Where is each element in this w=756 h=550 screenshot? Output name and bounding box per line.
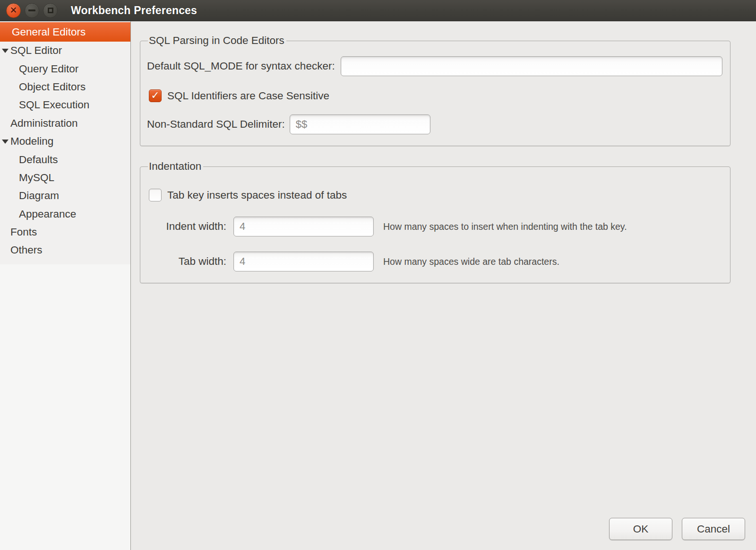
tab-width-help: How many spaces wide are tab characters. <box>383 256 559 267</box>
sidebar-item-label: Modeling <box>9 135 53 148</box>
delimiter-label: Non-Standard SQL Delimiter: <box>147 118 285 131</box>
indent-width-help: How many spaces to insert when indenting… <box>383 221 627 232</box>
checkmark-icon: ✓ <box>151 90 159 101</box>
delimiter-input[interactable] <box>290 114 430 134</box>
sidebar-item-appearance[interactable]: Appearance <box>0 205 130 223</box>
dialog-action-bar: OK Cancel <box>609 518 745 540</box>
sidebar-item-mysql[interactable]: MySQL <box>0 169 130 187</box>
sidebar-item-others[interactable]: Others <box>0 241 130 259</box>
sidebar-item-administration[interactable]: Administration <box>0 114 130 132</box>
indent-width-input[interactable] <box>233 217 374 236</box>
sidebar-item-label: Administration <box>0 117 78 130</box>
sidebar-item-sql-execution[interactable]: SQL Execution <box>0 96 130 114</box>
preferences-main-panel: SQL Parsing in Code Editors Default SQL_… <box>131 21 756 550</box>
indentation-group: Indentation Tab key inserts spaces inste… <box>140 160 730 283</box>
sidebar-item-diagram[interactable]: Diagram <box>0 187 130 205</box>
sidebar-item-label: Defaults <box>0 154 58 166</box>
case-sensitive-row: ✓ SQL Identifiers are Case Sensitive <box>147 89 722 102</box>
tab-width-input[interactable] <box>233 252 374 271</box>
cancel-button[interactable]: Cancel <box>682 518 745 540</box>
sidebar-item-object-editors[interactable]: Object Editors <box>0 78 130 96</box>
tab-width-row: Tab width: How many spaces wide are tab … <box>147 252 722 271</box>
preferences-sidebar: General Editors SQL Editor Query Editor … <box>0 21 131 550</box>
titlebar: ✕ Workbench Preferences <box>0 0 756 21</box>
sidebar-item-label: General Editors <box>0 26 86 38</box>
indent-width-row: Indent width: How many spaces to insert … <box>147 217 722 236</box>
sql-parsing-group: SQL Parsing in Code Editors Default SQL_… <box>140 35 730 146</box>
case-sensitive-label: SQL Identifiers are Case Sensitive <box>167 90 329 102</box>
sidebar-item-label: Appearance <box>0 208 76 220</box>
sidebar-item-label: Diagram <box>0 190 59 202</box>
window-title: Workbench Preferences <box>71 4 197 17</box>
sidebar-item-label: Query Editor <box>0 63 78 75</box>
tab-spaces-checkbox[interactable] <box>149 189 162 201</box>
tab-spaces-row: Tab key inserts spaces instead of tabs <box>147 189 722 201</box>
case-sensitive-checkbox[interactable]: ✓ <box>149 89 162 102</box>
sidebar-item-label: SQL Execution <box>0 99 89 111</box>
sql-mode-row: Default SQL_MODE for syntax checker: <box>147 56 722 76</box>
indent-width-label: Indent width: <box>147 220 226 233</box>
sidebar-item-modeling[interactable]: Modeling <box>0 132 130 150</box>
sidebar-item-label: Object Editors <box>0 81 86 93</box>
chevron-down-icon[interactable] <box>2 140 9 144</box>
sidebar-item-label: MySQL <box>0 172 54 184</box>
maximize-button[interactable] <box>43 3 58 18</box>
sql-mode-input[interactable] <box>341 56 722 76</box>
sidebar-item-fonts[interactable]: Fonts <box>0 223 130 241</box>
minimize-icon <box>28 9 35 11</box>
sidebar-item-general-editors[interactable]: General Editors <box>0 22 130 42</box>
sidebar-item-sql-editor[interactable]: SQL Editor <box>0 42 130 60</box>
sidebar-item-label: Others <box>0 244 43 256</box>
ok-button[interactable]: OK <box>609 518 672 540</box>
sidebar-item-defaults[interactable]: Defaults <box>0 150 130 168</box>
sidebar-item-label: Fonts <box>0 226 37 238</box>
close-button[interactable]: ✕ <box>6 3 21 18</box>
close-icon: ✕ <box>10 6 17 15</box>
minimize-button[interactable] <box>25 3 39 18</box>
indentation-group-title: Indentation <box>148 160 203 173</box>
tab-width-label: Tab width: <box>147 255 226 268</box>
chevron-down-icon[interactable] <box>2 49 9 53</box>
sidebar-tree: General Editors SQL Editor Query Editor … <box>0 21 130 264</box>
sidebar-item-label: SQL Editor <box>9 44 62 57</box>
tab-spaces-label: Tab key inserts spaces instead of tabs <box>167 189 347 201</box>
delimiter-row: Non-Standard SQL Delimiter: <box>147 114 722 134</box>
maximize-icon <box>48 8 53 13</box>
sql-parsing-group-title: SQL Parsing in Code Editors <box>148 35 286 47</box>
window-controls: ✕ <box>0 3 58 18</box>
sql-mode-label: Default SQL_MODE for syntax checker: <box>147 60 335 72</box>
sidebar-item-query-editor[interactable]: Query Editor <box>0 60 130 78</box>
